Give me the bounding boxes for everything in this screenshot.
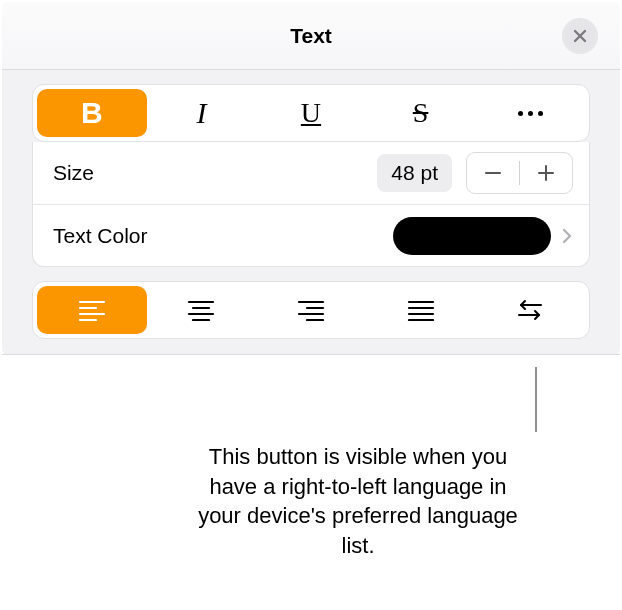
underline-button[interactable]: U bbox=[256, 89, 366, 137]
bold-button[interactable]: B bbox=[37, 89, 147, 137]
text-format-panel: Text B I U S Size 48 pt bbox=[2, 2, 620, 355]
ellipsis-icon bbox=[518, 111, 543, 116]
text-color-disclosure bbox=[561, 227, 573, 245]
align-center-button[interactable] bbox=[147, 286, 257, 334]
text-color-row[interactable]: Text Color bbox=[33, 204, 589, 266]
strikethrough-button[interactable]: S bbox=[366, 89, 476, 137]
close-icon bbox=[572, 28, 588, 44]
size-increase-button[interactable] bbox=[520, 153, 572, 193]
minus-icon bbox=[483, 163, 503, 183]
panel-header: Text bbox=[2, 2, 620, 70]
italic-button[interactable]: I bbox=[147, 89, 257, 137]
panel-bottom-edge bbox=[2, 353, 620, 355]
size-row: Size 48 pt bbox=[33, 142, 589, 204]
text-color-label: Text Color bbox=[53, 224, 393, 248]
close-button[interactable] bbox=[562, 18, 598, 54]
align-left-button[interactable] bbox=[37, 286, 147, 334]
size-stepper bbox=[466, 152, 573, 194]
align-center-icon bbox=[187, 299, 215, 321]
text-direction-button[interactable] bbox=[475, 286, 585, 334]
size-value[interactable]: 48 pt bbox=[377, 154, 452, 192]
strikethrough-icon: S bbox=[413, 99, 429, 127]
panel-title: Text bbox=[290, 24, 332, 48]
chevron-right-icon bbox=[561, 227, 573, 245]
align-right-icon bbox=[297, 299, 325, 321]
italic-icon: I bbox=[196, 98, 206, 128]
size-decrease-button[interactable] bbox=[467, 153, 519, 193]
bold-icon: B bbox=[81, 98, 103, 128]
callout-text: This button is visible when you have a r… bbox=[188, 442, 528, 561]
align-left-icon bbox=[78, 299, 106, 321]
text-color-swatch bbox=[393, 217, 551, 255]
text-direction-icon bbox=[515, 298, 545, 322]
text-properties-list: Size 48 pt Text Color bbox=[32, 142, 590, 267]
underline-icon: U bbox=[301, 99, 321, 127]
alignment-segmented bbox=[32, 281, 590, 339]
size-label: Size bbox=[53, 161, 377, 185]
more-styles-button[interactable] bbox=[475, 89, 585, 137]
text-style-segmented: B I U S bbox=[32, 84, 590, 142]
align-justify-icon bbox=[407, 299, 435, 321]
align-justify-button[interactable] bbox=[366, 286, 476, 334]
plus-icon bbox=[536, 163, 556, 183]
align-right-button[interactable] bbox=[256, 286, 366, 334]
